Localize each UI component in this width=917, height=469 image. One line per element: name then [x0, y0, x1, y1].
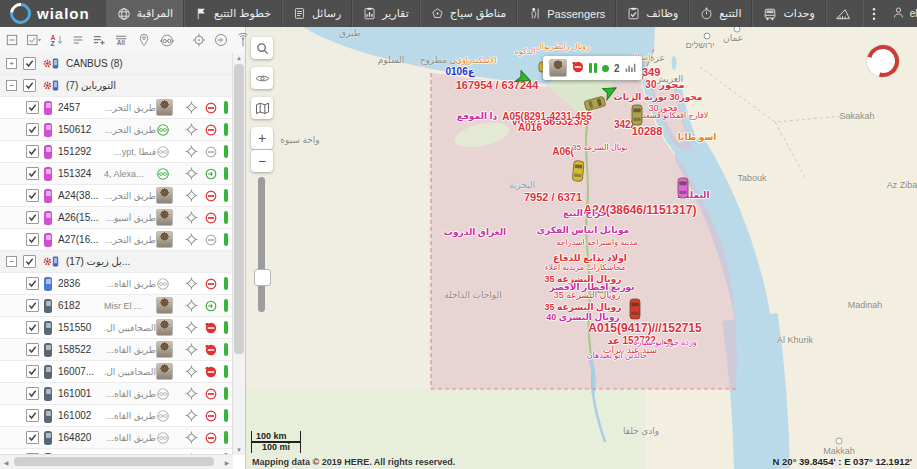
row-checkbox[interactable]: [26, 101, 39, 114]
show-all-icon[interactable]: All: [114, 34, 130, 46]
group-row[interactable]: −التورباين (7): [0, 75, 233, 97]
track-unit-icon[interactable]: [185, 431, 198, 444]
location-pin-icon[interactable]: [138, 33, 150, 47]
row-checkbox[interactable]: [26, 409, 39, 422]
motion-blocked-icon[interactable]: [205, 278, 217, 290]
map-unit-label[interactable]: محور30 نوريه الزيات: [614, 92, 703, 102]
horizontal-scrollbar[interactable]: ◀ ▶: [0, 454, 233, 469]
motion-blocked-icon[interactable]: [205, 388, 217, 400]
map-unit-label[interactable]: لافارج اقفكابو قسعد: [642, 111, 709, 120]
unit-hover-popup[interactable]: 2: [543, 56, 642, 80]
track-unit-icon[interactable]: [185, 123, 198, 136]
tab-tracking[interactable]: التتبع: [689, 0, 752, 27]
unit-row[interactable]: 2836طريق القاه...: [0, 273, 233, 295]
map-unit-label[interactable]: ذا الموقع: [457, 111, 497, 121]
row-checkbox[interactable]: [26, 299, 39, 312]
motion-blocked-icon[interactable]: [205, 190, 217, 202]
sort-az-icon[interactable]: AZ: [50, 34, 64, 46]
ignition-blocked-icon[interactable]: [205, 366, 217, 378]
signal-antenna-icon[interactable]: [236, 33, 250, 47]
map-unit-label[interactable]: رويال البشرعه 35: [554, 290, 621, 300]
scroll-right-icon[interactable]: ▶: [221, 455, 233, 469]
row-checkbox[interactable]: [23, 57, 36, 70]
map-unit-label[interactable]: محور 30: [645, 79, 684, 90]
list-view-icon[interactable]: [72, 34, 84, 46]
track-unit-icon[interactable]: [185, 365, 198, 378]
tab-globe[interactable]: المراقبة: [106, 0, 184, 27]
unit-car-marker[interactable]: [677, 177, 689, 203]
select-all-checkbox[interactable]: [26, 34, 42, 46]
send-arrow-icon[interactable]: [214, 33, 228, 47]
vertical-scrollbar[interactable]: ▲ ▼: [232, 53, 245, 455]
row-checkbox[interactable]: [26, 321, 39, 334]
unit-row[interactable]: 151292قنطا ,ypt...: [0, 141, 233, 163]
unit-car-marker[interactable]: [571, 160, 585, 187]
row-checkbox[interactable]: [23, 79, 36, 92]
scroll-up-icon[interactable]: ▲: [233, 53, 245, 63]
map-unit-label[interactable]: حراج البيع: [563, 208, 607, 218]
row-checkbox[interactable]: [26, 343, 39, 356]
zoom-in-button[interactable]: +: [251, 127, 273, 149]
unit-row[interactable]: 16007...الصحافيين ال...: [0, 361, 233, 383]
tab-messages[interactable]: رسائل: [282, 0, 352, 27]
motion-blocked-icon[interactable]: [205, 124, 217, 136]
unit-row[interactable]: 164820طريق القاه...: [0, 427, 233, 449]
map-unit-label[interactable]: موبايل ايناس الفكري: [537, 225, 629, 235]
map-layers-button[interactable]: [251, 97, 273, 119]
row-checkbox[interactable]: [26, 431, 39, 444]
map-unit-label[interactable]: خالدين ابو بعيدهان: [587, 351, 648, 360]
map-visibility-button[interactable]: [251, 67, 273, 89]
motion-moving-icon[interactable]: [205, 168, 217, 180]
tab-units[interactable]: وحدات: [752, 0, 825, 27]
map-unit-label[interactable]: A05(8291-4231-455: [502, 111, 592, 122]
unit-row[interactable]: 158522طريق القاه...: [0, 339, 233, 361]
map-unit-label[interactable]: رويال البشرعه 35: [545, 302, 622, 312]
map-unit-label[interactable]: A015(9417)///152715: [588, 321, 701, 335]
follow-crosshair-icon[interactable]: [192, 33, 206, 47]
map-unit-label[interactable]: A016: [518, 122, 542, 133]
unit-car-marker[interactable]: [631, 104, 643, 130]
horizontal-scroll-thumb[interactable]: [14, 457, 214, 466]
unit-row[interactable]: 6182Misr El ...: [0, 295, 233, 317]
group-row[interactable]: −...يل زيوت (17): [0, 251, 233, 273]
map-unit-label[interactable]: الدكوه: [515, 47, 536, 56]
ignition-blocked-icon[interactable]: [205, 322, 217, 334]
motion-moving-icon[interactable]: [205, 300, 217, 312]
zoom-slider-handle[interactable]: [254, 269, 271, 286]
menu-dots-icon[interactable]: [863, 0, 884, 27]
track-unit-icon[interactable]: [185, 145, 198, 158]
user-menu[interactable]: elbelshawy: [888, 6, 917, 21]
track-unit-icon[interactable]: [185, 277, 198, 290]
row-checkbox[interactable]: [26, 123, 39, 136]
map-unit-label[interactable]: الاسكندراوي: [456, 56, 497, 65]
map-search-button[interactable]: [251, 37, 273, 59]
track-unit-icon[interactable]: [185, 387, 198, 400]
unit-car-marker[interactable]: [629, 298, 641, 324]
motion-blocked-icon[interactable]: [205, 410, 217, 422]
row-checkbox[interactable]: [26, 365, 39, 378]
track-unit-icon[interactable]: [185, 167, 198, 180]
row-checkbox[interactable]: [26, 277, 39, 290]
map-unit-label[interactable]: مدينة واستراحه اسدراجه: [556, 238, 637, 247]
map-unit-label[interactable]: الغراق الدروب: [444, 227, 506, 237]
collapse-group-icon[interactable]: −: [6, 80, 17, 91]
unit-row[interactable]: 161002طريق القاه...: [0, 405, 233, 427]
unit-row[interactable]: A26(15...طريق أسيو...: [0, 207, 233, 229]
track-unit-icon[interactable]: [185, 299, 198, 312]
add-all-icon[interactable]: [92, 34, 106, 46]
group-row[interactable]: +CANBUS (8): [0, 53, 233, 75]
row-checkbox[interactable]: [26, 145, 39, 158]
collapse-group-icon[interactable]: −: [6, 256, 17, 267]
motion-inactive-icon[interactable]: [205, 146, 217, 158]
scroll-left-icon[interactable]: ◀: [0, 455, 12, 469]
zoom-slider[interactable]: [258, 177, 265, 312]
track-unit-icon[interactable]: [185, 101, 198, 114]
ruler-tools-icon[interactable]: [826, 0, 859, 27]
unit-row[interactable]: 161001طريق القاه...: [0, 383, 233, 405]
motion-blocked-icon[interactable]: [205, 432, 217, 444]
unit-row[interactable]: 1513244, Alexa...: [0, 163, 233, 185]
map-unit-label[interactable]: نوبال السرعه 35: [572, 143, 627, 152]
ignition-blocked-icon[interactable]: [205, 344, 217, 356]
map-unit-label[interactable]: A06(: [552, 146, 574, 157]
tab-geofence[interactable]: مناطق سياج: [420, 0, 518, 27]
